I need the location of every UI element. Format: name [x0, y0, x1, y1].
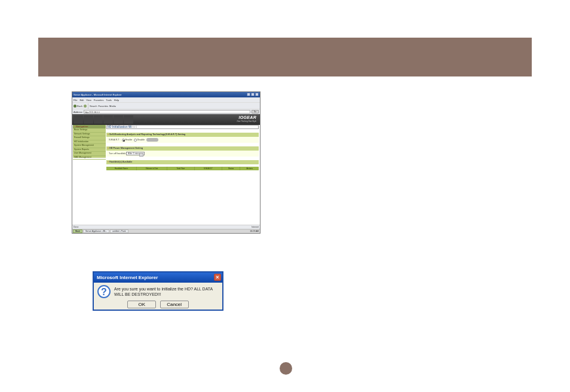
banner-thumbs — [73, 115, 133, 124]
address-input[interactable]: http://172.16.1.1 — [84, 110, 250, 114]
menu-tools[interactable]: Tools — [106, 99, 111, 102]
menu-bar: File Edit View Favorites Tools Help — [72, 97, 260, 102]
power-section-body: Turn off harddisk After 5 mins — [106, 151, 259, 157]
favorites-button[interactable]: Favorites — [99, 105, 108, 108]
smart-section-header: ▾Self-Monitoring Analysis and Reporting … — [106, 133, 259, 137]
page-number-badge — [280, 362, 292, 375]
menu-favorites[interactable]: Favorites — [94, 99, 103, 102]
task-paint[interactable]: untitled - Paint — [110, 229, 128, 233]
minimize-icon[interactable] — [247, 93, 250, 96]
arrow-icon: ▾ — [108, 147, 109, 149]
dialog-title: Microsoft Internet Explorer — [97, 275, 158, 280]
smart-disable-label: Disable — [137, 139, 145, 141]
nav-nasmgmt[interactable]: NAS Management — [73, 156, 106, 160]
brand-tagline: New Thinking New Style — [237, 120, 256, 122]
page-title: HD Initialization Wizard — [106, 125, 259, 129]
status-bar: Done Internet — [72, 225, 260, 229]
back-button[interactable]: Back — [73, 105, 82, 108]
apply-button[interactable] — [146, 138, 158, 142]
col-volume: Volume in Use — [137, 167, 167, 170]
brand-banner: IOGEAR New Thinking New Style — [72, 114, 260, 125]
menu-help[interactable]: Help — [114, 99, 119, 102]
start-button[interactable]: Start — [73, 229, 82, 233]
brand-logo: IOGEAR — [239, 115, 256, 120]
close-icon[interactable] — [255, 93, 259, 96]
smart-section-title: Self-Monitoring Analysis and Reporting T… — [109, 133, 185, 136]
avail-section-header: ▾Harddisk(s) Available — [106, 160, 259, 164]
status-zone: Internet — [252, 226, 259, 228]
dialog-buttons: OK Cancel — [94, 301, 222, 311]
menu-view[interactable]: View — [86, 99, 91, 102]
media-label: Media — [109, 105, 116, 108]
nav-header-label: Navigation — [76, 125, 88, 128]
heading-band — [38, 38, 532, 76]
window-titlebar: Server Appliance - Microsoft Internet Ex… — [72, 92, 260, 97]
ok-button[interactable]: OK — [127, 301, 156, 308]
browser-toolbar: Back Search Favorites Media — [72, 102, 260, 109]
menu-edit[interactable]: Edit — [79, 99, 84, 102]
window-title: Server Appliance - Microsoft Internet Ex… — [73, 93, 122, 96]
col-total: Total Size — [167, 167, 195, 170]
arrow-icon: ▾ — [108, 133, 109, 136]
avail-column-row: Harddisk Name Volume in Use Total Size S… — [106, 167, 259, 170]
task-browser[interactable]: Server Appliance - Mi... — [83, 229, 109, 233]
media-button[interactable]: Media — [109, 105, 116, 108]
system-tray: 10:29 AM — [250, 230, 260, 232]
page-title-main: HD Initialization Wi — [108, 125, 131, 128]
page-content: ▾Navigation Basic Settings Network Setti… — [72, 125, 260, 225]
forward-icon[interactable] — [84, 105, 87, 108]
confirm-dialog: Microsoft Internet Explorer × ? Are you … — [93, 271, 223, 311]
avail-section-title: Harddisk(s) Available — [109, 161, 132, 163]
main-panel: HD Initialization Wizard ▾Self-Monitorin… — [106, 125, 259, 170]
search-button[interactable]: Search — [90, 105, 97, 108]
favorites-label: Favorites — [99, 105, 108, 108]
back-icon — [73, 105, 76, 108]
clock: 10:29 AM — [250, 230, 259, 232]
smart-disable-radio[interactable] — [134, 139, 137, 142]
menu-file[interactable]: File — [73, 99, 77, 102]
dialog-close-icon[interactable]: × — [214, 274, 221, 281]
col-smart: S.M.A.R.T — [195, 167, 222, 170]
address-bar: Address http://172.16.1.1 Go — [72, 109, 260, 114]
maximize-icon[interactable] — [251, 93, 255, 96]
power-timeout-select[interactable]: After 5 mins — [126, 152, 145, 155]
page-title-suffix: zard — [131, 125, 137, 128]
arrow-icon: ▾ — [74, 125, 75, 128]
separator — [88, 103, 88, 109]
col-status: Status — [222, 167, 241, 170]
browser-screenshot: Server Appliance - Microsoft Internet Ex… — [72, 91, 261, 234]
nav-sidebar: ▾Navigation Basic Settings Network Setti… — [73, 125, 106, 158]
smart-enable-radio[interactable] — [122, 139, 125, 142]
smart-label: S.M.A.R.T : — [109, 139, 121, 141]
dialog-text: Are you sure you want to initialize the … — [114, 286, 219, 297]
question-icon: ? — [97, 285, 111, 298]
status-done: Done — [73, 226, 78, 228]
taskbar: Start Server Appliance - Mi... untitled … — [72, 229, 260, 233]
power-section-title: HD Power Management Setting — [109, 147, 143, 149]
address-label: Address — [73, 111, 82, 114]
search-label: Search — [90, 105, 97, 108]
back-label: Back — [77, 105, 82, 108]
arrow-icon: ▾ — [108, 161, 109, 163]
smart-enable-label: Enable — [125, 139, 133, 141]
dialog-titlebar: Microsoft Internet Explorer × — [94, 272, 222, 283]
go-button[interactable]: Go — [252, 110, 259, 114]
dialog-body: ? Are you sure you want to initialize th… — [94, 283, 222, 301]
col-hdname: Harddisk Name — [106, 167, 137, 170]
cancel-button[interactable]: Cancel — [160, 301, 189, 308]
col-actions: Actions — [240, 167, 259, 170]
power-label: Turn off harddisk — [109, 152, 125, 155]
smart-section-body: S.M.A.R.T : Enable Disable — [106, 137, 259, 143]
power-section-header: ▾HD Power Management Setting — [106, 146, 259, 151]
window-controls — [247, 92, 259, 96]
